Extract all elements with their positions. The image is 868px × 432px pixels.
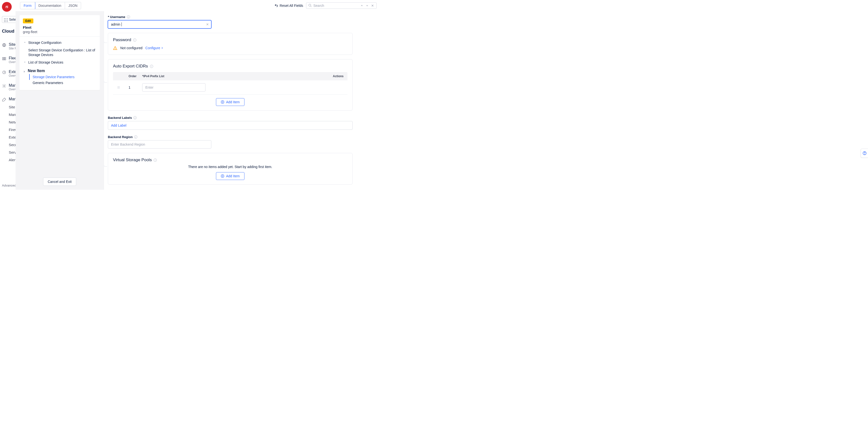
tab-form[interactable]: Form [20,2,35,9]
svg-point-7 [3,71,6,74]
cidrs-title: Auto Export CIDRs i [113,64,347,69]
reset-all-button[interactable]: Reset All Fields [274,4,303,7]
vsp-empty-message: There are no items added yet. Start by a… [113,165,347,169]
edit-modal: Form Documentation JSON Reset All Fields… [16,0,381,190]
col-actions: Actions [327,74,344,78]
info-icon[interactable]: i [134,135,137,138]
view-tabs: Form Documentation JSON [20,2,81,9]
search-icon [308,4,312,7]
info-icon[interactable]: i [133,116,136,119]
info-icon[interactable]: i [133,38,136,42]
username-input-wrap [108,20,211,29]
plus-circle-icon [221,100,224,104]
search-input[interactable] [313,4,359,7]
prefix-input[interactable] [142,83,206,92]
search-box[interactable] [306,2,377,9]
object-kind: Fleet [23,25,96,29]
svg-point-19 [118,87,118,88]
cidrs-table-head: Order *IPv4 Prefix List Actions [113,72,347,80]
svg-rect-5 [2,59,4,60]
backend-region-label: Backend Region i [108,135,352,139]
order-value: 1 [129,86,142,89]
svg-line-10 [310,6,311,7]
backend-region-input[interactable] [108,140,211,149]
cidrs-row: 1 [113,80,347,95]
svg-point-9 [309,4,311,6]
configure-link[interactable]: Configure [145,46,164,50]
svg-point-16 [115,49,116,49]
svg-rect-4 [4,58,6,58]
nav-generic-parameters[interactable]: Generic Parameters [25,80,96,86]
reset-label: Reset All Fields [280,4,303,7]
undo-icon [274,4,278,7]
svg-rect-3 [2,58,4,58]
chevron-right-icon [161,47,164,50]
search-next-icon[interactable] [365,4,369,7]
username-input[interactable] [108,20,211,29]
svg-point-8 [4,86,5,87]
tab-json[interactable]: JSON [65,2,81,9]
nav-storage-device-parameters[interactable]: Storage Device Parameters [29,74,96,80]
info-icon[interactable]: i [154,158,157,162]
tab-documentation[interactable]: Documentation [35,2,65,9]
form-main: * Username i Password [104,11,381,190]
plus-circle-icon [221,174,224,178]
warning-icon [113,46,117,50]
form-nav-tree: Storage Configuration Select Storage Dev… [20,36,100,87]
nav-storage-configuration[interactable]: Storage Configuration [25,39,96,47]
not-configured-text: Not configured [120,46,143,50]
password-title: Password i [113,37,347,42]
info-icon[interactable]: i [127,16,130,19]
nav-select-storage[interactable]: Select Storage Device Configuration : Li… [25,47,96,59]
username-label: * Username i [108,15,352,19]
brand-logo: f5 [2,2,12,12]
svg-point-22 [119,88,119,88]
svg-rect-6 [4,59,6,60]
nav-list-storage[interactable]: List of Storage Devices [25,59,96,66]
svg-point-20 [119,87,119,88]
clear-icon[interactable] [206,23,209,26]
password-panel: Password i Not configured Configure [108,33,352,55]
cancel-exit-button[interactable]: Cancel and Exit [43,178,76,186]
vsp-add-item-button[interactable]: Add Item [216,172,244,180]
form-nav-card: Edit Fleet greg-fleet Storage Configurat… [20,15,100,90]
svg-point-21 [118,88,118,88]
modal-toolbar: Form Documentation JSON Reset All Fields [16,0,381,11]
svg-text:f5: f5 [6,5,8,9]
drag-handle-icon[interactable] [117,86,129,89]
edit-badge: Edit [23,19,33,23]
form-nav-column: Edit Fleet greg-fleet Storage Configurat… [16,11,104,190]
cidrs-panel: Auto Export CIDRs i Order *IPv4 Prefix L… [108,59,352,111]
search-close-icon[interactable] [371,4,374,7]
vsp-panel: Virtual Storage Pools i There are no ite… [108,153,352,185]
backend-labels-label: Backend Labels i [108,116,352,120]
bg-advanced: Advanced [2,184,16,187]
search-prev-icon[interactable] [360,4,364,7]
col-prefix: *IPv4 Prefix List [142,74,327,78]
cidrs-add-item-button[interactable]: Add Item [216,98,244,106]
vsp-title: Virtual Storage Pools i [113,158,347,162]
object-name: greg-fleet [23,30,96,34]
col-order: Order [129,74,142,78]
svg-point-18 [119,86,119,87]
nav-new-item[interactable]: New Item [25,66,96,74]
info-icon[interactable]: i [150,65,153,68]
svg-point-17 [118,86,118,87]
add-label-input[interactable]: Add Label [108,121,352,130]
